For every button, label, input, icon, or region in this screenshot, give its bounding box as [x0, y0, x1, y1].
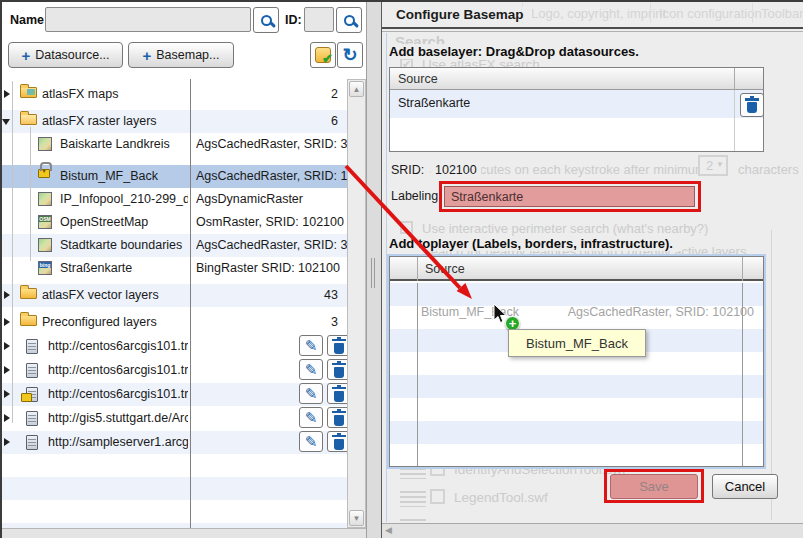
bg-keystroke-text-2: characters are t: [738, 162, 803, 177]
scroll-down-icon[interactable]: ▼: [349, 510, 364, 526]
tree-row[interactable]: http://centos6arcgis101.trier.GIS Server…: [0, 335, 352, 358]
validate-button[interactable]: [310, 42, 336, 68]
drag-tooltip-text: Bistum_MF_Back: [526, 336, 628, 351]
expand-arrow-icon[interactable]: [4, 342, 10, 350]
tree-row[interactable]: StraßenkarteBingRaster SRID: 102100: [0, 257, 352, 280]
server-icon: [26, 363, 38, 378]
tree-row[interactable]: atlasFX maps2: [0, 83, 352, 106]
toplayer-table[interactable]: Source: [389, 256, 764, 467]
bg-keystroke-dropdown: 2 ▼: [698, 155, 728, 176]
bg-drag-handle-icon: [400, 491, 426, 507]
bottom-scrollbar[interactable]: ◀: [382, 523, 803, 538]
baselayer-heading: Add baselayer: Drag&Drop datasources.: [389, 44, 647, 59]
server-icon: [26, 339, 38, 354]
tree-row-label: http://centos6arcgis101.trier.: [48, 339, 188, 353]
tree-row[interactable]: Bistum_MF_BackAgsCachedRaster, SRID: 102…: [0, 165, 352, 188]
save-button[interactable]: Save: [610, 474, 698, 499]
tab-logo-copyright-imprint: Logo, copyright, imprint: [531, 6, 666, 21]
source-column-header: Source: [425, 262, 465, 276]
mouse-cursor-icon: [493, 303, 509, 325]
tree-row[interactable]: OpenStreetMapOsmRaster, SRID: 102100: [0, 211, 352, 234]
refresh-button[interactable]: ↻: [337, 42, 363, 68]
add-basemap-label: Basemap...: [156, 48, 219, 62]
edit-server-button[interactable]: ✎: [299, 407, 323, 428]
search-icon: [261, 15, 272, 26]
plus-icon: +: [143, 48, 152, 63]
edit-server-button[interactable]: ✎: [299, 383, 323, 404]
tree-row-value: AgsCachedRaster, SRID: 102100: [196, 169, 348, 183]
scroll-left-icon[interactable]: ◀: [385, 525, 392, 535]
tree-row-label: atlasFX raster layers: [42, 114, 188, 128]
edit-server-button[interactable]: ✎: [299, 431, 323, 452]
baselayer-row[interactable]: Straßenkarte: [390, 90, 763, 118]
server-icon: [26, 435, 38, 450]
tree-row[interactable]: atlasFX vector layers43: [0, 284, 352, 307]
baselayer-row-label: Straßenkarte: [398, 96, 470, 110]
tab-toolbar-configuration: Toolbar co: [761, 6, 803, 21]
pencil-icon: ✎: [305, 410, 318, 425]
cancel-button-label: Cancel: [725, 479, 765, 494]
tree-row-label: atlasFX vector layers: [42, 288, 188, 302]
trash-icon: [334, 439, 344, 450]
tree-empty-row: [0, 500, 352, 523]
tree-row[interactable]: http://centos6arcgis101.trier.GIS Server…: [0, 359, 352, 382]
raster-icon: [38, 238, 52, 252]
name-input[interactable]: [45, 7, 251, 32]
window-border: [0, 0, 2, 538]
search-id-button[interactable]: [336, 7, 362, 33]
expand-arrow-icon[interactable]: [4, 414, 10, 422]
scroll-up-icon[interactable]: ▲: [349, 81, 364, 97]
server-lock-icon: [26, 387, 38, 402]
tree-row[interactable]: IP_Infopool_210-299_dAgsDynamicRaster: [0, 188, 352, 211]
tree-row-value: 3: [196, 315, 348, 329]
trash-icon: [334, 391, 344, 402]
tree-row-label: Bistum_MF_Back: [60, 169, 188, 183]
expand-arrow-icon[interactable]: [4, 438, 10, 446]
edit-server-button[interactable]: ✎: [299, 335, 323, 356]
collapse-arrow-icon[interactable]: [2, 119, 10, 125]
trash-icon: [747, 102, 757, 113]
remove-baselayer-button[interactable]: [740, 93, 764, 117]
expand-arrow-icon[interactable]: [4, 318, 10, 326]
tree-row-label: http://gis5.stuttgart.de/ArcGIS: [48, 411, 188, 425]
tree-row-value: AgsCachedRaster, SRID: 31467: [196, 238, 348, 252]
source-column-header: Source: [398, 72, 438, 86]
divider: [382, 31, 803, 32]
osm-icon: [38, 215, 52, 229]
tree-row[interactable]: Preconfigured layers3: [0, 311, 352, 334]
tree-row-label: Baiskarte Landkreis: [60, 137, 188, 151]
drag-tooltip: Bistum_MF_Back: [508, 329, 646, 357]
search-name-button[interactable]: [253, 7, 279, 33]
pencil-icon: ✎: [305, 338, 318, 353]
tree-row[interactable]: http://sampleserver1.arcgisorGIS Server✎: [0, 431, 352, 454]
tree-guide-line: [30, 127, 31, 261]
expand-arrow-icon[interactable]: [4, 291, 10, 299]
tree-row[interactable]: Stadtkarte boundariesAgsCachedRaster, SR…: [0, 234, 352, 257]
tree-row-label: atlasFX maps: [42, 87, 188, 101]
tree-horizontal-scrollbar[interactable]: [0, 528, 366, 538]
add-datasource-button[interactable]: + Datasource...: [8, 42, 123, 68]
toplayer-table-header: Source: [390, 257, 763, 281]
tree-row[interactable]: http://gis5.stuttgart.de/ArcGISGIS Serve…: [0, 407, 352, 430]
chevron-down-icon: ▼: [716, 160, 724, 169]
tree-row[interactable]: atlasFX raster layers6: [0, 110, 352, 133]
dialog-left-border: [386, 33, 387, 522]
id-input[interactable]: [304, 7, 334, 32]
window-border: [0, 0, 803, 2]
tree-vertical-scrollbar[interactable]: ▲ ▼: [347, 79, 366, 528]
cancel-button[interactable]: Cancel: [712, 474, 778, 499]
expand-arrow-icon[interactable]: [4, 90, 10, 98]
bg-perimeter-search-checkbox: [400, 221, 413, 234]
tree-row[interactable]: http://centos6arcgis101.trier.GIS Server…: [0, 383, 352, 406]
column-divider[interactable]: [190, 79, 191, 528]
splitter-grip-icon[interactable]: [371, 258, 377, 288]
tree-row[interactable]: Baiskarte LandkreisAgsCachedRaster, SRID…: [0, 133, 352, 156]
refresh-icon: ↻: [342, 46, 357, 64]
expand-arrow-icon[interactable]: [4, 390, 10, 398]
srid-label: SRID:: [391, 163, 430, 177]
add-basemap-button[interactable]: + Basemap...: [128, 42, 234, 68]
edit-server-button[interactable]: ✎: [299, 359, 323, 380]
expand-arrow-icon[interactable]: [4, 366, 10, 374]
tree-row-value: AgsDynamicRaster: [196, 192, 348, 206]
check-icon: [315, 47, 331, 63]
